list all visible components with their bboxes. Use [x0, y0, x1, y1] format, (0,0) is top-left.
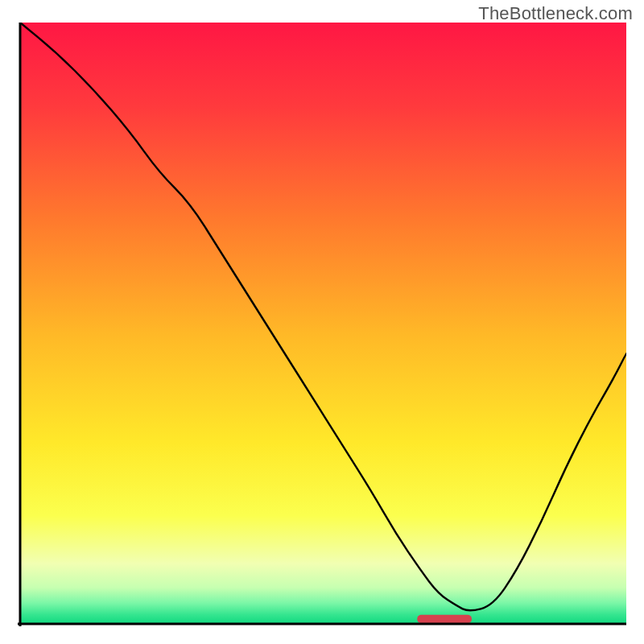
watermark-text: TheBottleneck.com	[478, 3, 633, 24]
optimal-marker	[417, 615, 472, 623]
chart-container	[18, 23, 626, 626]
bottleneck-chart	[18, 23, 626, 626]
